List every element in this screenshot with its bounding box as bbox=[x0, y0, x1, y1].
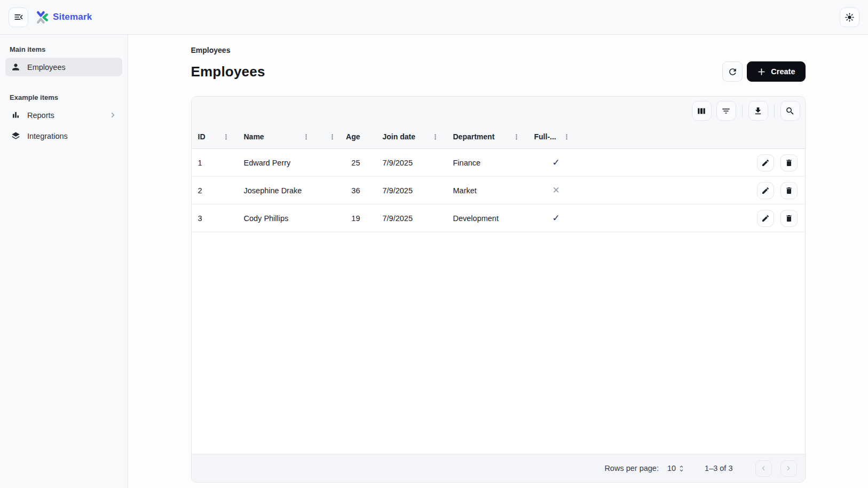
column-header-id[interactable]: ID bbox=[192, 125, 238, 148]
cell-department: Development bbox=[447, 214, 528, 223]
column-header-name[interactable]: Name bbox=[238, 125, 318, 148]
collapse-sidebar-button[interactable] bbox=[9, 7, 28, 27]
cell-name: Edward Perry bbox=[238, 159, 318, 167]
rows-per-page-label: Rows per page: bbox=[604, 464, 659, 473]
column-header-label: Full-... bbox=[534, 132, 556, 141]
sidebar-item-label: Integrations bbox=[27, 132, 68, 140]
main-content: Employees Employees Create bbox=[128, 35, 868, 488]
bar-chart-icon bbox=[11, 110, 21, 120]
cell-full-time: ✕ bbox=[528, 185, 585, 196]
column-menu-icon[interactable] bbox=[222, 133, 230, 141]
person-icon bbox=[11, 62, 21, 72]
create-button-label: Create bbox=[771, 67, 795, 76]
table-row[interactable]: 2 Josephine Drake 36 7/9/2025 Market ✕ bbox=[192, 177, 805, 204]
toolbar-divider bbox=[774, 105, 775, 117]
cell-id: 1 bbox=[192, 159, 238, 167]
export-button[interactable] bbox=[748, 101, 768, 121]
cell-age: 19 bbox=[318, 214, 376, 223]
trash-icon bbox=[785, 159, 793, 167]
cell-department: Market bbox=[447, 186, 528, 195]
cell-name: Cody Phillips bbox=[238, 214, 318, 223]
cell-age: 36 bbox=[318, 186, 376, 195]
column-header-full-time[interactable]: Full-... bbox=[528, 125, 585, 148]
menu-open-icon bbox=[13, 12, 24, 22]
cell-id: 3 bbox=[192, 214, 238, 223]
columns-button[interactable] bbox=[692, 101, 712, 121]
cell-age: 25 bbox=[318, 159, 376, 167]
column-header-label: Join date bbox=[383, 132, 415, 141]
sidebar-item-integrations[interactable]: Integrations bbox=[5, 127, 122, 145]
sidebar: Main items Employees Example items Repor… bbox=[0, 35, 128, 488]
cell-join-date: 7/9/2025 bbox=[376, 186, 447, 195]
page-title: Employees bbox=[191, 64, 265, 80]
sidebar-item-employees[interactable]: Employees bbox=[5, 58, 122, 76]
column-header-department[interactable]: Department bbox=[447, 125, 528, 148]
refresh-button[interactable] bbox=[722, 61, 743, 82]
column-header-join-date[interactable]: Join date bbox=[376, 125, 447, 148]
cell-full-time: ✓ bbox=[528, 157, 585, 168]
brand-logo[interactable]: Sitemark bbox=[36, 11, 92, 24]
delete-button[interactable] bbox=[780, 182, 798, 199]
column-header-label: Name bbox=[244, 132, 264, 141]
pencil-icon bbox=[761, 186, 770, 195]
sidebar-section-main-items: Main items bbox=[5, 42, 122, 58]
brand-name: Sitemark bbox=[53, 12, 92, 22]
data-grid: ID Name Age Join date bbox=[191, 96, 806, 483]
table-row[interactable]: 3 Cody Phillips 19 7/9/2025 Development … bbox=[192, 204, 805, 232]
edit-button[interactable] bbox=[757, 154, 774, 171]
sidebar-section-example-items: Example items bbox=[5, 90, 122, 106]
column-header-age[interactable]: Age bbox=[318, 125, 376, 148]
refresh-icon bbox=[728, 67, 738, 77]
trash-icon bbox=[785, 186, 793, 195]
theme-toggle-button[interactable] bbox=[840, 7, 859, 27]
sun-icon bbox=[845, 12, 855, 22]
delete-button[interactable] bbox=[780, 210, 798, 227]
column-menu-icon[interactable] bbox=[563, 133, 571, 141]
cell-join-date: 7/9/2025 bbox=[376, 159, 447, 167]
column-header-label: Department bbox=[453, 132, 495, 141]
cell-join-date: 7/9/2025 bbox=[376, 214, 447, 223]
column-menu-icon[interactable] bbox=[431, 133, 439, 141]
filter-button[interactable] bbox=[716, 101, 736, 121]
topbar: Sitemark bbox=[0, 0, 868, 35]
edit-button[interactable] bbox=[757, 182, 774, 199]
pencil-icon bbox=[761, 159, 770, 167]
unfold-more-icon bbox=[677, 465, 685, 473]
sidebar-item-reports[interactable]: Reports bbox=[5, 106, 122, 124]
sitemark-logo-icon bbox=[36, 11, 49, 24]
trash-icon bbox=[785, 214, 793, 223]
filter-icon bbox=[721, 106, 731, 116]
grid-toolbar bbox=[192, 97, 805, 125]
create-button[interactable]: Create bbox=[747, 61, 805, 82]
chevron-left-icon bbox=[760, 465, 767, 472]
rows-per-page-value: 10 bbox=[667, 464, 676, 473]
pencil-icon bbox=[761, 214, 770, 223]
cell-name: Josephine Drake bbox=[238, 186, 318, 195]
edit-button[interactable] bbox=[757, 210, 774, 227]
chevron-right-icon bbox=[785, 465, 792, 472]
column-menu-icon[interactable] bbox=[512, 133, 520, 141]
breadcrumb[interactable]: Employees bbox=[191, 46, 806, 54]
previous-page-button[interactable] bbox=[755, 460, 772, 477]
columns-icon bbox=[697, 106, 706, 116]
toolbar-divider bbox=[742, 105, 743, 117]
search-button[interactable] bbox=[780, 101, 800, 121]
column-menu-icon[interactable] bbox=[302, 133, 310, 141]
layers-icon bbox=[11, 131, 21, 141]
chevron-right-icon bbox=[109, 111, 117, 119]
table-row[interactable]: 1 Edward Perry 25 7/9/2025 Finance ✓ bbox=[192, 149, 805, 177]
sidebar-item-label: Employees bbox=[27, 63, 66, 72]
cell-full-time: ✓ bbox=[528, 212, 585, 224]
rows-per-page-select[interactable]: 10 bbox=[667, 464, 685, 473]
grid-footer: Rows per page: 10 1–3 of 3 bbox=[192, 454, 805, 482]
column-menu-icon[interactable] bbox=[328, 133, 336, 141]
search-icon bbox=[785, 106, 795, 116]
cell-department: Finance bbox=[447, 159, 528, 167]
cell-id: 2 bbox=[192, 186, 238, 195]
delete-button[interactable] bbox=[780, 154, 798, 171]
column-header-label: ID bbox=[198, 132, 206, 141]
sidebar-item-label: Reports bbox=[27, 111, 54, 120]
column-header-label: Age bbox=[346, 132, 360, 141]
pagination-range: 1–3 of 3 bbox=[705, 464, 732, 473]
next-page-button[interactable] bbox=[780, 460, 797, 477]
